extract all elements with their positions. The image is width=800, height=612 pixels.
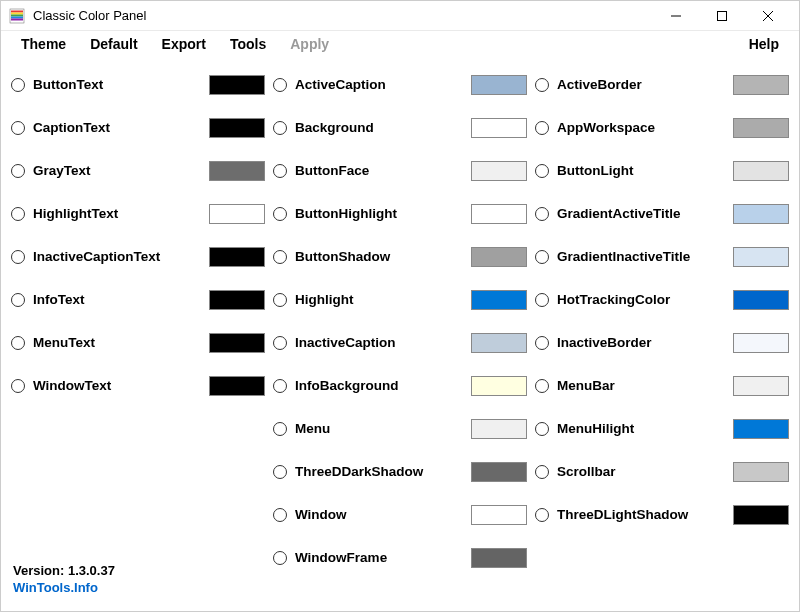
radio-activecaption[interactable] (273, 78, 287, 92)
radio-activeborder[interactable] (535, 78, 549, 92)
color-swatch-infobackground[interactable] (471, 376, 527, 396)
color-label: GradientInactiveTitle (557, 249, 733, 264)
radio-inactivecaption[interactable] (273, 336, 287, 350)
menu-default[interactable]: Default (78, 36, 149, 52)
radio-menubar[interactable] (535, 379, 549, 393)
svg-rect-2 (11, 12, 23, 14)
color-row: HighlightText (11, 192, 265, 235)
menu-export[interactable]: Export (150, 36, 218, 52)
color-row: ActiveCaption (273, 63, 527, 106)
radio-threedlightshadow[interactable] (535, 508, 549, 522)
color-swatch-window[interactable] (471, 505, 527, 525)
color-label: InactiveCaption (295, 335, 471, 350)
color-row: ButtonFace (273, 149, 527, 192)
column-2: ActiveBorderAppWorkspaceButtonLightGradi… (535, 63, 789, 579)
color-label: HighlightText (33, 206, 209, 221)
color-swatch-captiontext[interactable] (209, 118, 265, 138)
menu-tools[interactable]: Tools (218, 36, 278, 52)
color-label: InactiveBorder (557, 335, 733, 350)
color-swatch-infotext[interactable] (209, 290, 265, 310)
color-row: ThreeDDarkShadow (273, 450, 527, 493)
radio-inactivecaptiontext[interactable] (11, 250, 25, 264)
radio-buttonface[interactable] (273, 164, 287, 178)
color-swatch-graytext[interactable] (209, 161, 265, 181)
color-label: WindowText (33, 378, 209, 393)
color-swatch-menu[interactable] (471, 419, 527, 439)
color-swatch-scrollbar[interactable] (733, 462, 789, 482)
radio-infotext[interactable] (11, 293, 25, 307)
color-swatch-appworkspace[interactable] (733, 118, 789, 138)
color-label: InfoText (33, 292, 209, 307)
color-row: Window (273, 493, 527, 536)
color-swatch-gradientinactivetitle[interactable] (733, 247, 789, 267)
color-swatch-menubar[interactable] (733, 376, 789, 396)
color-swatch-menuhilight[interactable] (733, 419, 789, 439)
radio-menutext[interactable] (11, 336, 25, 350)
menu-help[interactable]: Help (737, 36, 791, 52)
radio-menu[interactable] (273, 422, 287, 436)
color-swatch-windowframe[interactable] (471, 548, 527, 568)
wintools-link[interactable]: WinTools.Info (13, 579, 115, 597)
color-swatch-highlight[interactable] (471, 290, 527, 310)
radio-captiontext[interactable] (11, 121, 25, 135)
radio-highlighttext[interactable] (11, 207, 25, 221)
color-swatch-buttonshadow[interactable] (471, 247, 527, 267)
radio-highlight[interactable] (273, 293, 287, 307)
color-label: MenuBar (557, 378, 733, 393)
radio-buttonlight[interactable] (535, 164, 549, 178)
color-label: GradientActiveTitle (557, 206, 733, 221)
radio-scrollbar[interactable] (535, 465, 549, 479)
color-row: Menu (273, 407, 527, 450)
color-label: ActiveBorder (557, 77, 733, 92)
radio-background[interactable] (273, 121, 287, 135)
radio-gradientactivetitle[interactable] (535, 207, 549, 221)
color-row: MenuHilight (535, 407, 789, 450)
color-row: CaptionText (11, 106, 265, 149)
radio-buttontext[interactable] (11, 78, 25, 92)
color-row: HotTrackingColor (535, 278, 789, 321)
color-swatch-windowtext[interactable] (209, 376, 265, 396)
radio-appworkspace[interactable] (535, 121, 549, 135)
color-swatch-activeborder[interactable] (733, 75, 789, 95)
radio-window[interactable] (273, 508, 287, 522)
radio-windowframe[interactable] (273, 551, 287, 565)
radio-threeddarkshadow[interactable] (273, 465, 287, 479)
radio-buttonshadow[interactable] (273, 250, 287, 264)
menubar: Theme Default Export Tools Apply Help (1, 31, 799, 57)
color-swatch-highlighttext[interactable] (209, 204, 265, 224)
minimize-button[interactable] (653, 1, 699, 31)
radio-gradientinactivetitle[interactable] (535, 250, 549, 264)
color-label: ButtonText (33, 77, 209, 92)
titlebar: Classic Color Panel (1, 1, 799, 31)
color-row: InfoText (11, 278, 265, 321)
color-label: MenuText (33, 335, 209, 350)
column-1: ActiveCaptionBackgroundButtonFaceButtonH… (273, 63, 527, 579)
color-swatch-inactiveborder[interactable] (733, 333, 789, 353)
color-swatch-buttonface[interactable] (471, 161, 527, 181)
color-swatch-menutext[interactable] (209, 333, 265, 353)
color-swatch-inactivecaptiontext[interactable] (209, 247, 265, 267)
color-swatch-activecaption[interactable] (471, 75, 527, 95)
maximize-button[interactable] (699, 1, 745, 31)
color-label: ButtonHighlight (295, 206, 471, 221)
color-swatch-background[interactable] (471, 118, 527, 138)
radio-buttonhighlight[interactable] (273, 207, 287, 221)
radio-infobackground[interactable] (273, 379, 287, 393)
menu-apply[interactable]: Apply (278, 36, 341, 52)
radio-graytext[interactable] (11, 164, 25, 178)
color-swatch-gradientactivetitle[interactable] (733, 204, 789, 224)
svg-rect-7 (718, 11, 727, 20)
color-swatch-inactivecaption[interactable] (471, 333, 527, 353)
color-swatch-buttonlight[interactable] (733, 161, 789, 181)
color-swatch-buttonhighlight[interactable] (471, 204, 527, 224)
close-button[interactable] (745, 1, 791, 31)
radio-inactiveborder[interactable] (535, 336, 549, 350)
color-swatch-hottrackingcolor[interactable] (733, 290, 789, 310)
radio-hottrackingcolor[interactable] (535, 293, 549, 307)
menu-theme[interactable]: Theme (9, 36, 78, 52)
color-swatch-threedlightshadow[interactable] (733, 505, 789, 525)
radio-menuhilight[interactable] (535, 422, 549, 436)
radio-windowtext[interactable] (11, 379, 25, 393)
color-swatch-buttontext[interactable] (209, 75, 265, 95)
color-swatch-threeddarkshadow[interactable] (471, 462, 527, 482)
